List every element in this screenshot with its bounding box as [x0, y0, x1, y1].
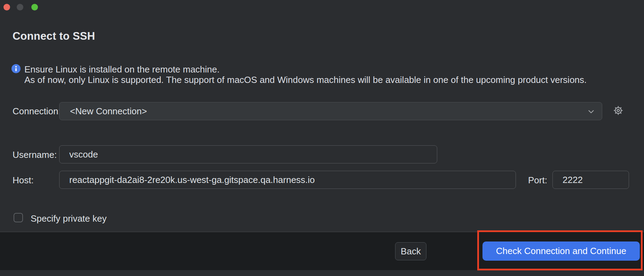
- back-button[interactable]: Back: [395, 242, 426, 260]
- port-label: Port:: [528, 175, 547, 186]
- port-input[interactable]: [552, 171, 629, 189]
- connection-select[interactable]: <New Connection>: [59, 102, 602, 120]
- gear-icon[interactable]: [613, 105, 624, 116]
- specify-private-key-checkbox[interactable]: [14, 213, 23, 222]
- notice-text: Ensure Linux is installed on the remote …: [24, 64, 587, 85]
- chevron-down-icon: [587, 107, 596, 118]
- notice-line-1: Ensure Linux is installed on the remote …: [24, 64, 587, 75]
- footer-bar: Back Check Connection and Continue: [0, 232, 644, 270]
- info-icon: [11, 64, 21, 73]
- host-label: Host:: [13, 175, 34, 186]
- connection-selected-value: <New Connection>: [70, 106, 147, 117]
- page-title: Connect to SSH: [13, 30, 95, 43]
- connection-label: Connection:: [13, 106, 61, 117]
- minimize-button[interactable]: [17, 4, 23, 10]
- username-input[interactable]: [59, 145, 437, 163]
- close-button[interactable]: [3, 4, 10, 10]
- username-label: Username:: [13, 150, 57, 160]
- check-connection-and-continue-button[interactable]: Check Connection and Continue: [482, 242, 640, 261]
- notice-line-2: As of now, only Linux is supported. The …: [24, 75, 587, 85]
- specify-private-key-label: Specify private key: [31, 213, 107, 224]
- zoom-button[interactable]: [31, 4, 38, 10]
- host-input[interactable]: [59, 171, 516, 189]
